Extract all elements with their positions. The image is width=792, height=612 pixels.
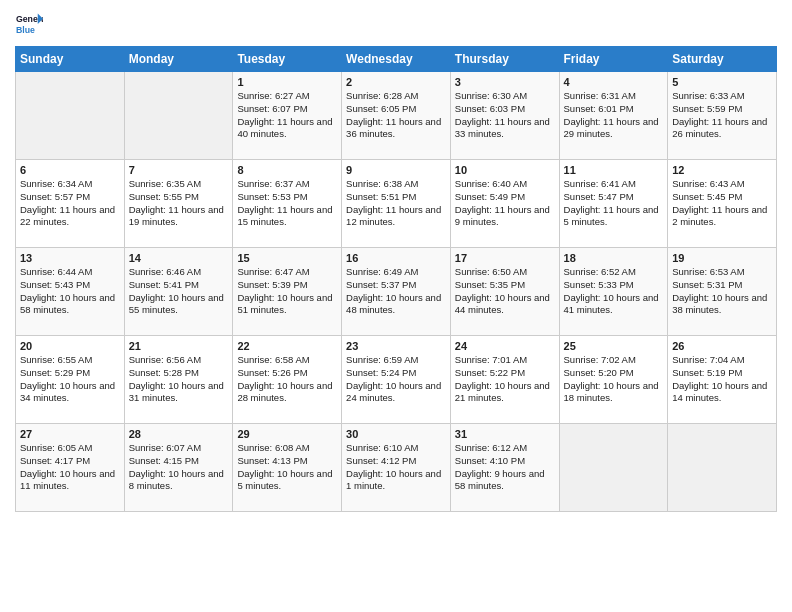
day-number: 23: [346, 340, 446, 352]
day-details: Sunrise: 6:53 AM Sunset: 5:31 PM Dayligh…: [672, 266, 772, 317]
day-cell: 30Sunrise: 6:10 AM Sunset: 4:12 PM Dayli…: [342, 424, 451, 512]
day-details: Sunrise: 6:52 AM Sunset: 5:33 PM Dayligh…: [564, 266, 664, 317]
day-number: 30: [346, 428, 446, 440]
col-header-thursday: Thursday: [450, 47, 559, 72]
day-cell: 14Sunrise: 6:46 AM Sunset: 5:41 PM Dayli…: [124, 248, 233, 336]
day-details: Sunrise: 6:10 AM Sunset: 4:12 PM Dayligh…: [346, 442, 446, 493]
day-cell: 16Sunrise: 6:49 AM Sunset: 5:37 PM Dayli…: [342, 248, 451, 336]
day-number: 12: [672, 164, 772, 176]
day-details: Sunrise: 6:05 AM Sunset: 4:17 PM Dayligh…: [20, 442, 120, 493]
day-details: Sunrise: 6:41 AM Sunset: 5:47 PM Dayligh…: [564, 178, 664, 229]
day-details: Sunrise: 6:49 AM Sunset: 5:37 PM Dayligh…: [346, 266, 446, 317]
day-cell: 23Sunrise: 6:59 AM Sunset: 5:24 PM Dayli…: [342, 336, 451, 424]
day-details: Sunrise: 6:44 AM Sunset: 5:43 PM Dayligh…: [20, 266, 120, 317]
day-number: 15: [237, 252, 337, 264]
day-details: Sunrise: 6:08 AM Sunset: 4:13 PM Dayligh…: [237, 442, 337, 493]
logo-icon: General Blue: [15, 10, 43, 38]
day-cell: 8Sunrise: 6:37 AM Sunset: 5:53 PM Daylig…: [233, 160, 342, 248]
day-number: 18: [564, 252, 664, 264]
day-cell: [16, 72, 125, 160]
day-cell: 28Sunrise: 6:07 AM Sunset: 4:15 PM Dayli…: [124, 424, 233, 512]
week-row-1: 1Sunrise: 6:27 AM Sunset: 6:07 PM Daylig…: [16, 72, 777, 160]
day-details: Sunrise: 6:55 AM Sunset: 5:29 PM Dayligh…: [20, 354, 120, 405]
day-number: 1: [237, 76, 337, 88]
week-row-4: 20Sunrise: 6:55 AM Sunset: 5:29 PM Dayli…: [16, 336, 777, 424]
day-details: Sunrise: 6:35 AM Sunset: 5:55 PM Dayligh…: [129, 178, 229, 229]
day-cell: 1Sunrise: 6:27 AM Sunset: 6:07 PM Daylig…: [233, 72, 342, 160]
day-details: Sunrise: 6:12 AM Sunset: 4:10 PM Dayligh…: [455, 442, 555, 493]
day-number: 19: [672, 252, 772, 264]
day-details: Sunrise: 6:31 AM Sunset: 6:01 PM Dayligh…: [564, 90, 664, 141]
day-number: 7: [129, 164, 229, 176]
day-cell: 9Sunrise: 6:38 AM Sunset: 5:51 PM Daylig…: [342, 160, 451, 248]
week-row-2: 6Sunrise: 6:34 AM Sunset: 5:57 PM Daylig…: [16, 160, 777, 248]
day-number: 29: [237, 428, 337, 440]
day-details: Sunrise: 6:34 AM Sunset: 5:57 PM Dayligh…: [20, 178, 120, 229]
day-details: Sunrise: 7:02 AM Sunset: 5:20 PM Dayligh…: [564, 354, 664, 405]
header: General Blue: [15, 10, 777, 38]
svg-text:Blue: Blue: [16, 25, 35, 35]
day-cell: 7Sunrise: 6:35 AM Sunset: 5:55 PM Daylig…: [124, 160, 233, 248]
day-cell: 4Sunrise: 6:31 AM Sunset: 6:01 PM Daylig…: [559, 72, 668, 160]
calendar-container: General Blue SundayMondayTuesdayWednesda…: [0, 0, 792, 527]
day-cell: 24Sunrise: 7:01 AM Sunset: 5:22 PM Dayli…: [450, 336, 559, 424]
day-details: Sunrise: 6:56 AM Sunset: 5:28 PM Dayligh…: [129, 354, 229, 405]
day-cell: 5Sunrise: 6:33 AM Sunset: 5:59 PM Daylig…: [668, 72, 777, 160]
col-header-saturday: Saturday: [668, 47, 777, 72]
day-cell: 29Sunrise: 6:08 AM Sunset: 4:13 PM Dayli…: [233, 424, 342, 512]
day-cell: 31Sunrise: 6:12 AM Sunset: 4:10 PM Dayli…: [450, 424, 559, 512]
day-number: 2: [346, 76, 446, 88]
col-header-friday: Friday: [559, 47, 668, 72]
day-details: Sunrise: 6:38 AM Sunset: 5:51 PM Dayligh…: [346, 178, 446, 229]
day-number: 24: [455, 340, 555, 352]
day-details: Sunrise: 6:47 AM Sunset: 5:39 PM Dayligh…: [237, 266, 337, 317]
day-cell: 11Sunrise: 6:41 AM Sunset: 5:47 PM Dayli…: [559, 160, 668, 248]
day-details: Sunrise: 6:28 AM Sunset: 6:05 PM Dayligh…: [346, 90, 446, 141]
day-cell: 17Sunrise: 6:50 AM Sunset: 5:35 PM Dayli…: [450, 248, 559, 336]
day-cell: 25Sunrise: 7:02 AM Sunset: 5:20 PM Dayli…: [559, 336, 668, 424]
day-cell: 2Sunrise: 6:28 AM Sunset: 6:05 PM Daylig…: [342, 72, 451, 160]
day-number: 14: [129, 252, 229, 264]
day-cell: 27Sunrise: 6:05 AM Sunset: 4:17 PM Dayli…: [16, 424, 125, 512]
day-details: Sunrise: 6:27 AM Sunset: 6:07 PM Dayligh…: [237, 90, 337, 141]
day-details: Sunrise: 7:04 AM Sunset: 5:19 PM Dayligh…: [672, 354, 772, 405]
day-details: Sunrise: 6:07 AM Sunset: 4:15 PM Dayligh…: [129, 442, 229, 493]
day-details: Sunrise: 6:33 AM Sunset: 5:59 PM Dayligh…: [672, 90, 772, 141]
day-number: 13: [20, 252, 120, 264]
day-number: 4: [564, 76, 664, 88]
day-number: 17: [455, 252, 555, 264]
col-header-wednesday: Wednesday: [342, 47, 451, 72]
col-header-sunday: Sunday: [16, 47, 125, 72]
day-number: 3: [455, 76, 555, 88]
calendar-table: SundayMondayTuesdayWednesdayThursdayFrid…: [15, 46, 777, 512]
header-row: SundayMondayTuesdayWednesdayThursdayFrid…: [16, 47, 777, 72]
day-details: Sunrise: 6:58 AM Sunset: 5:26 PM Dayligh…: [237, 354, 337, 405]
day-cell: 18Sunrise: 6:52 AM Sunset: 5:33 PM Dayli…: [559, 248, 668, 336]
day-cell: [124, 72, 233, 160]
day-number: 5: [672, 76, 772, 88]
day-cell: 22Sunrise: 6:58 AM Sunset: 5:26 PM Dayli…: [233, 336, 342, 424]
day-cell: 6Sunrise: 6:34 AM Sunset: 5:57 PM Daylig…: [16, 160, 125, 248]
day-number: 9: [346, 164, 446, 176]
day-number: 31: [455, 428, 555, 440]
day-details: Sunrise: 6:37 AM Sunset: 5:53 PM Dayligh…: [237, 178, 337, 229]
day-number: 28: [129, 428, 229, 440]
day-cell: 12Sunrise: 6:43 AM Sunset: 5:45 PM Dayli…: [668, 160, 777, 248]
day-number: 16: [346, 252, 446, 264]
day-number: 26: [672, 340, 772, 352]
day-number: 8: [237, 164, 337, 176]
day-number: 21: [129, 340, 229, 352]
day-details: Sunrise: 6:43 AM Sunset: 5:45 PM Dayligh…: [672, 178, 772, 229]
day-details: Sunrise: 6:50 AM Sunset: 5:35 PM Dayligh…: [455, 266, 555, 317]
day-number: 25: [564, 340, 664, 352]
logo: General Blue: [15, 10, 47, 38]
day-cell: [559, 424, 668, 512]
col-header-monday: Monday: [124, 47, 233, 72]
col-header-tuesday: Tuesday: [233, 47, 342, 72]
week-row-5: 27Sunrise: 6:05 AM Sunset: 4:17 PM Dayli…: [16, 424, 777, 512]
day-cell: 3Sunrise: 6:30 AM Sunset: 6:03 PM Daylig…: [450, 72, 559, 160]
day-cell: 19Sunrise: 6:53 AM Sunset: 5:31 PM Dayli…: [668, 248, 777, 336]
day-number: 22: [237, 340, 337, 352]
day-number: 27: [20, 428, 120, 440]
day-cell: 26Sunrise: 7:04 AM Sunset: 5:19 PM Dayli…: [668, 336, 777, 424]
